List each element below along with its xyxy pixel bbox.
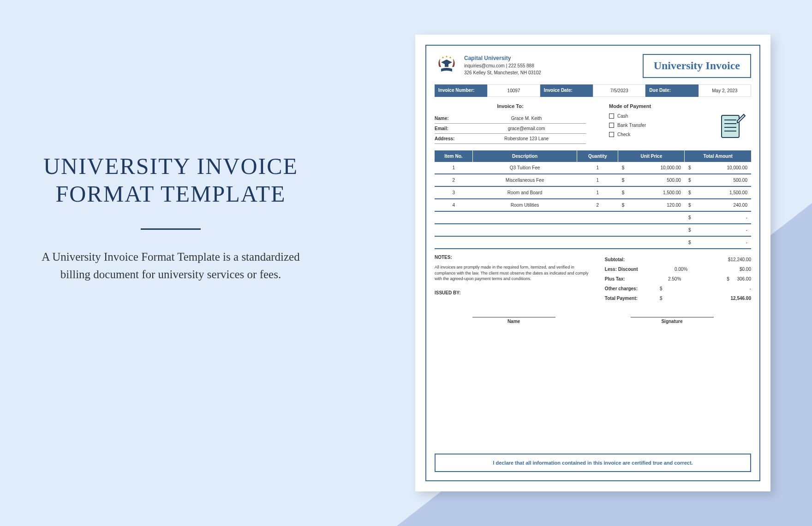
cell-cur: $ (618, 186, 635, 199)
signature-signature-label: Signature (631, 317, 714, 324)
cell-desc: Room Utilities (472, 199, 577, 211)
page-description: A University Invoice Format Template is … (42, 248, 300, 283)
cell-desc: Room and Board (472, 186, 577, 199)
table-row: 1Q3 Tuition Fee1$10,000.00$10,000.00 (435, 162, 751, 174)
tax-pct: 2.50% (653, 276, 681, 281)
cell-item-no: 1 (435, 162, 472, 174)
payment-mode-block: Mode of Payment Cash Bank Transfer Check (600, 103, 751, 144)
other-label: Other charges: (605, 286, 638, 291)
svg-marker-0 (442, 56, 444, 58)
total-payment-row: Total Payment:$12,546.00 (605, 293, 751, 303)
payment-option-label: Cash (617, 114, 628, 119)
invoice-date-label: Invoice Date: (540, 84, 593, 97)
discount-row: Less: Discount0.00%$0.00 (605, 264, 751, 274)
invoice-date-value: 7/5/2023 (593, 84, 645, 97)
cell-empty: - (702, 211, 751, 224)
signature-signature: Signature (631, 317, 714, 324)
cell-total: 500.00 (702, 174, 751, 186)
invoice-number-label: Invoice Number: (435, 84, 487, 97)
total-label: Total Payment: (605, 296, 638, 301)
total-value: 12,546.00 (710, 296, 751, 301)
payment-option-label: Check (617, 132, 630, 137)
checkbox-icon (609, 114, 614, 119)
cell-cur: $ (618, 199, 635, 211)
cell-desc: Miscellaneous Fee (472, 174, 577, 186)
due-date-value: May 2, 2023 (699, 84, 751, 97)
table-row-empty: $- (435, 224, 751, 236)
cell-qty: 1 (577, 186, 618, 199)
email-label: Email: (435, 126, 467, 131)
university-text: Capital University inquiries@cmu.com | 2… (464, 54, 541, 78)
signature-name: Name (472, 317, 555, 324)
declaration-box: I declare that all information contained… (435, 454, 751, 472)
invoice-to-title: Invoice To: (435, 103, 586, 109)
invoice-to-email-row: Email: grace@email.com (435, 124, 586, 134)
cell-cur: $ (685, 224, 702, 236)
table-row-empty: $- (435, 211, 751, 224)
tax-row: Plus Tax:2.50%$ 306.00 (605, 274, 751, 284)
invoice-title: University Invoice (643, 54, 751, 78)
col-quantity: Quantity (577, 150, 618, 162)
cell-item-no: 2 (435, 174, 472, 186)
subtotal-row: Subtotal:$12,240.00 (605, 255, 751, 264)
col-unit-price: Unit Price (618, 150, 685, 162)
invoice-meta-row: Invoice Number: 10097 Invoice Date: 7/5/… (435, 84, 751, 97)
checkbox-icon (609, 132, 614, 137)
invoice-number-value: 10097 (487, 84, 540, 97)
cell-cur: $ (685, 186, 702, 199)
cell-cur: $ (685, 174, 702, 186)
table-row-empty: $- (435, 236, 751, 249)
university-info: Capital University inquiries@cmu.com | 2… (435, 54, 541, 78)
cell-price: 500.00 (635, 174, 685, 186)
university-contact: inquiries@cmu.com | 222 555 888 (464, 62, 541, 69)
signature-row: Name Signature (435, 317, 751, 324)
university-address: 326 Kelley St, Manchester, NH 03102 (464, 69, 541, 76)
tax-value: $ 306.00 (710, 276, 751, 281)
invoice-to-name-row: Name: Grace M. Keith (435, 114, 586, 124)
address-value: Roberstone 123 Lane (467, 136, 586, 141)
invoice-to-address-row: Address: Roberstone 123 Lane (435, 134, 586, 144)
cell-qty: 2 (577, 199, 618, 211)
due-date-label: Due Date: (645, 84, 698, 97)
checkbox-icon (609, 123, 614, 128)
notes-column: NOTES: All invoices are promptly made in… (435, 255, 596, 303)
invoice-to-block: Invoice To: Name: Grace M. Keith Email: … (435, 103, 586, 144)
university-logo-icon (435, 54, 459, 78)
col-item-no: Item No. (435, 150, 472, 162)
invoice-header: Capital University inquiries@cmu.com | 2… (435, 54, 751, 78)
col-total: Total Amount (685, 150, 751, 162)
cell-cur: $ (685, 211, 702, 224)
left-panel: UNIVERSITY INVOICE FORMAT TEMPLATE A Uni… (42, 152, 300, 283)
items-table-body: 1Q3 Tuition Fee1$10,000.00$10,000.002Mis… (435, 162, 751, 249)
cell-total: 1,500.00 (702, 186, 751, 199)
signature-name-label: Name (472, 317, 555, 324)
cell-empty: - (702, 224, 751, 236)
title-line-2: FORMAT TEMPLATE (55, 181, 286, 207)
page-title: UNIVERSITY INVOICE FORMAT TEMPLATE (42, 152, 300, 208)
invoice-document: Capital University inquiries@cmu.com | 2… (415, 35, 770, 491)
cell-qty: 1 (577, 174, 618, 186)
cell-cur: $ (685, 199, 702, 211)
tax-label: Plus Tax: (605, 276, 625, 281)
other-value: - (710, 286, 751, 291)
cell-cur: $ (618, 174, 635, 186)
subtotal-label: Subtotal: (605, 257, 625, 262)
discount-label: Less: Discount (605, 267, 638, 272)
table-row: 3Room and Board1$1,500.00$1,500.00 (435, 186, 751, 199)
cell-price: 1,500.00 (635, 186, 685, 199)
svg-rect-5 (722, 115, 739, 137)
col-description: Description (472, 150, 577, 162)
svg-marker-1 (446, 55, 448, 57)
cell-total: 10,000.00 (702, 162, 751, 174)
cell-cur: $ (618, 162, 635, 174)
table-row: 2Miscellaneous Fee1$500.00$500.00 (435, 174, 751, 186)
discount-value: $0.00 (710, 267, 751, 272)
items-table: Item No. Description Quantity Unit Price… (435, 150, 751, 249)
title-line-1: UNIVERSITY INVOICE (43, 153, 298, 179)
cell-price: 10,000.00 (635, 162, 685, 174)
cell-desc: Q3 Tuition Fee (472, 162, 577, 174)
other-charges-row: Other charges:$- (605, 284, 751, 293)
address-label: Address: (435, 136, 467, 141)
cell-cur: $ (685, 162, 702, 174)
title-divider (141, 228, 201, 230)
